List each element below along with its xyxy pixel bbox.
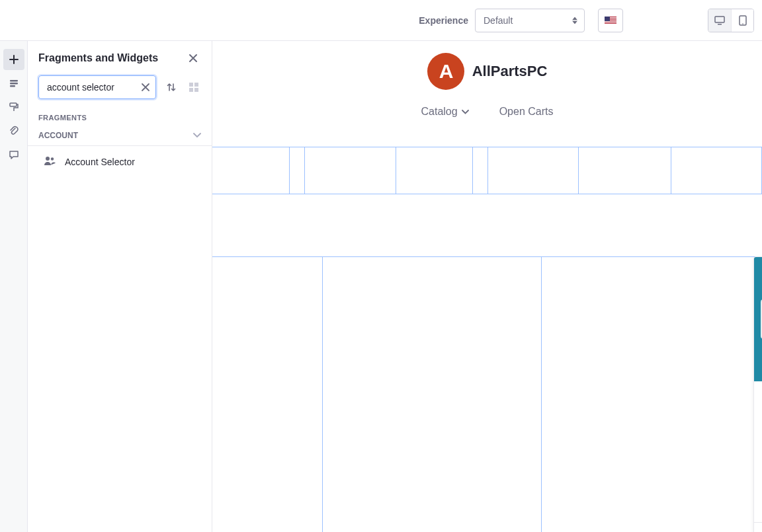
page-canvas[interactable]: A AllPartsPC Catalog Open Carts (212, 41, 762, 532)
chevron-down-icon (462, 110, 469, 114)
nav-open-carts-label: Open Carts (499, 106, 554, 118)
tool-design-button[interactable] (3, 96, 24, 118)
layout-grid-row[interactable] (212, 147, 762, 194)
tool-content-button[interactable] (3, 120, 24, 141)
layout-content-row[interactable] (212, 256, 762, 532)
search-input[interactable] (47, 82, 132, 93)
svg-rect-6 (10, 85, 15, 87)
group-account-header[interactable]: ACCOUNT (28, 126, 212, 146)
svg-point-13 (51, 157, 54, 160)
paint-roller-icon (9, 102, 19, 112)
svg-rect-4 (10, 80, 18, 82)
site-header: A AllPartsPC Catalog Open Carts (212, 41, 762, 147)
nav-open-carts[interactable]: Open Carts (499, 106, 554, 118)
experience-select-value: Default (484, 15, 513, 26)
search-clear-button[interactable] (141, 83, 150, 92)
top-toolbar: Experience Default (0, 0, 762, 41)
panel-title: Fragments and Widgets (38, 52, 158, 64)
site-nav: Catalog Open Carts (421, 106, 554, 118)
svg-rect-9 (194, 83, 198, 87)
fragments-panel: Fragments and Widgets (28, 41, 212, 532)
product-card: AVAILABLE GENKEYB001 Generic Keyboard $ … (753, 256, 762, 532)
svg-rect-5 (10, 83, 18, 85)
flag-us-icon (605, 17, 616, 24)
grid-icon (189, 82, 199, 93)
experience-label: Experience (419, 15, 468, 26)
locale-selector[interactable] (598, 9, 623, 32)
brand-name: AllPartsPC (472, 63, 548, 80)
paperclip-icon (9, 126, 19, 136)
sort-icon (166, 82, 177, 93)
view-grid-button[interactable] (187, 80, 201, 95)
brand[interactable]: A AllPartsPC (427, 53, 548, 90)
tablet-icon (739, 15, 747, 26)
tool-comments-button[interactable] (3, 144, 24, 165)
viewport-switch (708, 9, 754, 32)
desktop-icon (714, 16, 725, 25)
svg-rect-11 (194, 88, 198, 92)
tool-add-button[interactable] (3, 49, 24, 70)
product-image[interactable]: AVAILABLE (754, 257, 762, 381)
close-icon (189, 54, 198, 63)
comment-icon (9, 149, 19, 160)
sort-button[interactable] (164, 80, 179, 95)
svg-rect-8 (189, 83, 193, 87)
svg-rect-7 (10, 103, 17, 106)
svg-rect-0 (715, 17, 724, 22)
users-icon (44, 155, 56, 168)
panel-close-button[interactable] (185, 50, 201, 66)
tool-browser-button[interactable] (3, 73, 24, 94)
svg-rect-10 (189, 88, 193, 92)
product-footer: Compare Add to List (754, 522, 762, 532)
layers-icon (9, 78, 19, 89)
brand-logo-icon: A (427, 53, 464, 90)
experience-select[interactable]: Default (475, 9, 585, 32)
product-body: GENKEYB001 Generic Keyboard $ 249.99 Add… (754, 381, 762, 522)
fragment-item-label: Account Selector (65, 157, 135, 167)
close-icon (141, 83, 150, 92)
viewport-desktop-button[interactable] (708, 9, 731, 32)
section-heading-fragments: FRAGMENTS (28, 107, 212, 126)
svg-rect-1 (718, 24, 722, 25)
svg-point-12 (46, 157, 50, 161)
viewport-tablet-button[interactable] (731, 9, 753, 32)
chevron-down-icon (193, 133, 201, 138)
group-account-label: ACCOUNT (38, 131, 78, 140)
tool-rail (0, 41, 28, 532)
nav-catalog-label: Catalog (421, 106, 458, 118)
caret-sort-icon (572, 17, 577, 24)
plus-icon (9, 54, 19, 65)
fragment-item-account-selector[interactable]: Account Selector (28, 146, 212, 177)
nav-catalog[interactable]: Catalog (421, 106, 469, 118)
svg-point-3 (742, 23, 743, 24)
search-input-wrap[interactable] (38, 75, 156, 99)
